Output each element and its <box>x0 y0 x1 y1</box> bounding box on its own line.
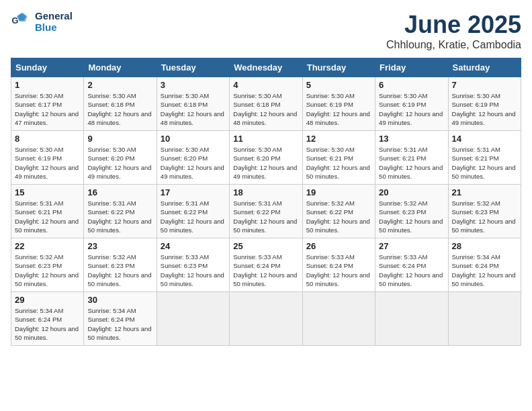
day-cell: 15 Sunrise: 5:31 AMSunset: 6:21 PMDaylig… <box>11 185 84 238</box>
day-number: 21 <box>452 187 517 197</box>
day-cell: 14 Sunrise: 5:31 AMSunset: 6:21 PMDaylig… <box>448 131 521 185</box>
day-cell: 13 Sunrise: 5:31 AMSunset: 6:21 PMDaylig… <box>375 131 448 185</box>
header-cell-monday: Monday <box>84 58 157 77</box>
day-cell: 21 Sunrise: 5:32 AMSunset: 6:23 PMDaylig… <box>448 185 521 238</box>
day-info: Sunrise: 5:30 AMSunset: 6:20 PMDaylight:… <box>233 145 298 181</box>
day-info: Sunrise: 5:31 AMSunset: 6:22 PMDaylight:… <box>87 199 152 234</box>
day-info: Sunrise: 5:31 AMSunset: 6:21 PMDaylight:… <box>452 145 517 181</box>
day-number: 4 <box>233 80 298 90</box>
day-info: Sunrise: 5:30 AMSunset: 6:19 PMDaylight:… <box>452 91 517 127</box>
day-cell: 2 Sunrise: 5:30 AMSunset: 6:18 PMDayligh… <box>84 77 157 131</box>
day-info: Sunrise: 5:30 AMSunset: 6:20 PMDaylight:… <box>87 145 152 181</box>
svg-marker-2 <box>18 12 28 21</box>
day-number: 11 <box>233 134 298 144</box>
day-cell: 16 Sunrise: 5:31 AMSunset: 6:22 PMDaylig… <box>84 185 157 238</box>
day-cell: 18 Sunrise: 5:31 AMSunset: 6:22 PMDaylig… <box>230 185 302 238</box>
week-row-5: 29 Sunrise: 5:34 AMSunset: 6:24 PMDaylig… <box>11 292 521 346</box>
logo-line2: Blue <box>35 22 73 34</box>
day-number: 19 <box>306 187 371 197</box>
day-cell: 1 Sunrise: 5:30 AMSunset: 6:17 PMDayligh… <box>11 77 84 131</box>
day-info: Sunrise: 5:33 AMSunset: 6:23 PMDaylight:… <box>161 253 226 288</box>
day-number: 29 <box>15 295 80 305</box>
day-cell: 29 Sunrise: 5:34 AMSunset: 6:24 PMDaylig… <box>11 292 84 346</box>
day-number: 18 <box>233 187 298 197</box>
day-cell: 9 Sunrise: 5:30 AMSunset: 6:20 PMDayligh… <box>84 131 157 185</box>
header-cell-sunday: Sunday <box>11 58 84 77</box>
day-number: 16 <box>87 187 152 197</box>
day-info: Sunrise: 5:34 AMSunset: 6:24 PMDaylight:… <box>87 306 152 342</box>
header-cell-thursday: Thursday <box>302 58 375 77</box>
day-number: 20 <box>379 187 444 197</box>
header-cell-tuesday: Tuesday <box>157 58 229 77</box>
day-info: Sunrise: 5:30 AMSunset: 6:19 PMDaylight:… <box>15 145 80 181</box>
day-info: Sunrise: 5:31 AMSunset: 6:22 PMDaylight:… <box>161 199 226 234</box>
day-number: 23 <box>87 241 152 251</box>
day-info: Sunrise: 5:30 AMSunset: 6:20 PMDaylight:… <box>161 145 226 181</box>
day-number: 14 <box>452 134 517 144</box>
day-info: Sunrise: 5:32 AMSunset: 6:23 PMDaylight:… <box>15 253 80 288</box>
title-area: June 2025 Chhloung, Kratie, Cambodia <box>386 11 521 51</box>
day-info: Sunrise: 5:30 AMSunset: 6:18 PMDaylight:… <box>87 91 152 127</box>
day-number: 8 <box>15 134 80 144</box>
day-number: 15 <box>15 187 80 197</box>
day-cell: 22 Sunrise: 5:32 AMSunset: 6:23 PMDaylig… <box>11 238 84 292</box>
day-cell: 4 Sunrise: 5:30 AMSunset: 6:18 PMDayligh… <box>230 77 302 131</box>
day-number: 25 <box>233 241 298 251</box>
day-cell: 5 Sunrise: 5:30 AMSunset: 6:19 PMDayligh… <box>302 77 375 131</box>
day-number: 30 <box>87 295 152 305</box>
day-number: 26 <box>306 241 371 251</box>
day-cell: 24 Sunrise: 5:33 AMSunset: 6:23 PMDaylig… <box>157 238 229 292</box>
day-cell: 20 Sunrise: 5:32 AMSunset: 6:23 PMDaylig… <box>375 185 448 238</box>
day-number: 28 <box>452 241 517 251</box>
day-info: Sunrise: 5:33 AMSunset: 6:24 PMDaylight:… <box>233 253 298 288</box>
day-info: Sunrise: 5:34 AMSunset: 6:24 PMDaylight:… <box>15 306 80 342</box>
location-title: Chhloung, Kratie, Cambodia <box>386 39 521 51</box>
day-cell: 27 Sunrise: 5:33 AMSunset: 6:24 PMDaylig… <box>375 238 448 292</box>
day-cell <box>375 292 448 346</box>
day-cell: 30 Sunrise: 5:34 AMSunset: 6:24 PMDaylig… <box>84 292 157 346</box>
day-cell: 3 Sunrise: 5:30 AMSunset: 6:18 PMDayligh… <box>157 77 229 131</box>
day-cell: 17 Sunrise: 5:31 AMSunset: 6:22 PMDaylig… <box>157 185 229 238</box>
day-number: 24 <box>161 241 226 251</box>
day-cell: 10 Sunrise: 5:30 AMSunset: 6:20 PMDaylig… <box>157 131 229 185</box>
day-number: 13 <box>379 134 444 144</box>
day-number: 7 <box>452 80 517 90</box>
day-cell: 25 Sunrise: 5:33 AMSunset: 6:24 PMDaylig… <box>230 238 302 292</box>
day-cell: 7 Sunrise: 5:30 AMSunset: 6:19 PMDayligh… <box>448 77 521 131</box>
day-info: Sunrise: 5:30 AMSunset: 6:21 PMDaylight:… <box>306 145 371 181</box>
logo-icon: G <box>11 11 32 33</box>
day-info: Sunrise: 5:33 AMSunset: 6:24 PMDaylight:… <box>379 253 444 288</box>
day-info: Sunrise: 5:30 AMSunset: 6:18 PMDaylight:… <box>161 91 226 127</box>
day-info: Sunrise: 5:30 AMSunset: 6:19 PMDaylight:… <box>306 91 371 127</box>
header: G General Blue June 2025 Chhloung, Krati… <box>11 11 521 51</box>
header-row: SundayMondayTuesdayWednesdayThursdayFrid… <box>11 58 521 77</box>
day-number: 5 <box>306 80 371 90</box>
week-row-4: 22 Sunrise: 5:32 AMSunset: 6:23 PMDaylig… <box>11 238 521 292</box>
day-cell: 28 Sunrise: 5:34 AMSunset: 6:24 PMDaylig… <box>448 238 521 292</box>
calendar-table: SundayMondayTuesdayWednesdayThursdayFrid… <box>11 58 521 346</box>
day-cell <box>230 292 302 346</box>
day-cell: 8 Sunrise: 5:30 AMSunset: 6:19 PMDayligh… <box>11 131 84 185</box>
day-info: Sunrise: 5:32 AMSunset: 6:23 PMDaylight:… <box>87 253 152 288</box>
day-info: Sunrise: 5:34 AMSunset: 6:24 PMDaylight:… <box>452 253 517 288</box>
header-cell-friday: Friday <box>375 58 448 77</box>
day-info: Sunrise: 5:31 AMSunset: 6:21 PMDaylight:… <box>379 145 444 181</box>
month-title: June 2025 <box>386 11 521 39</box>
day-cell <box>448 292 521 346</box>
day-number: 9 <box>87 134 152 144</box>
day-info: Sunrise: 5:32 AMSunset: 6:22 PMDaylight:… <box>306 199 371 234</box>
day-number: 1 <box>15 80 80 90</box>
logo: G General Blue <box>11 11 73 33</box>
day-number: 12 <box>306 134 371 144</box>
day-number: 6 <box>379 80 444 90</box>
day-info: Sunrise: 5:30 AMSunset: 6:18 PMDaylight:… <box>233 91 298 127</box>
header-cell-saturday: Saturday <box>448 58 521 77</box>
week-row-2: 8 Sunrise: 5:30 AMSunset: 6:19 PMDayligh… <box>11 131 521 185</box>
logo-line1: General <box>35 11 73 22</box>
day-info: Sunrise: 5:33 AMSunset: 6:24 PMDaylight:… <box>306 253 371 288</box>
day-cell: 6 Sunrise: 5:30 AMSunset: 6:19 PMDayligh… <box>375 77 448 131</box>
day-cell: 26 Sunrise: 5:33 AMSunset: 6:24 PMDaylig… <box>302 238 375 292</box>
day-number: 17 <box>161 187 226 197</box>
day-number: 3 <box>161 80 226 90</box>
day-number: 22 <box>15 241 80 251</box>
